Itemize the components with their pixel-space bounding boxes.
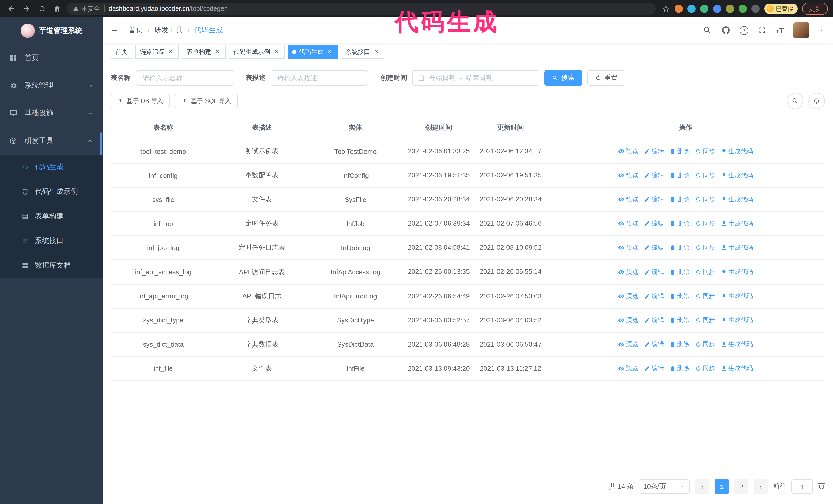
generate-code-link[interactable]: 生成代码 <box>721 195 753 204</box>
table-name-input[interactable] <box>136 70 233 86</box>
preview-link[interactable]: 预览 <box>618 147 638 155</box>
edit-link[interactable]: 编辑 <box>644 147 664 155</box>
sync-link[interactable]: 同步 <box>695 364 715 373</box>
preview-link[interactable]: 预览 <box>618 364 638 373</box>
delete-link[interactable]: 删除 <box>669 340 689 349</box>
close-icon[interactable]: × <box>214 48 221 55</box>
tab-trace[interactable]: 链路追踪× <box>135 45 179 59</box>
user-avatar[interactable] <box>793 22 809 39</box>
sidebar-item-home[interactable]: 首页 <box>0 44 102 72</box>
tab-home[interactable]: 首页 <box>111 45 132 59</box>
edit-link[interactable]: 编辑 <box>644 219 664 228</box>
generate-code-link[interactable]: 生成代码 <box>721 364 753 373</box>
delete-link[interactable]: 删除 <box>669 364 689 373</box>
generate-code-link[interactable]: 生成代码 <box>721 243 753 252</box>
edit-link[interactable]: 编辑 <box>644 316 664 325</box>
generate-code-link[interactable]: 生成代码 <box>721 340 753 349</box>
sync-link[interactable]: 同步 <box>695 147 715 155</box>
close-icon[interactable]: × <box>273 48 280 55</box>
page-size-select[interactable]: 10条/页 <box>639 479 690 494</box>
prev-page-button[interactable]: ‹ <box>695 479 710 494</box>
preview-link[interactable]: 预览 <box>618 316 638 325</box>
extension-icon[interactable] <box>738 5 747 13</box>
goto-page-input[interactable] <box>791 479 813 494</box>
tab-form-builder[interactable]: 表单构建× <box>182 45 225 59</box>
extension-icon[interactable] <box>713 5 721 13</box>
search-button[interactable]: 搜索 <box>544 70 582 86</box>
sidebar-item-codegen[interactable]: 代码生成 <box>0 155 102 179</box>
hamburger-icon[interactable] <box>111 25 120 35</box>
reset-button[interactable]: 重置 <box>588 70 625 86</box>
security-chip[interactable]: 不安全 <box>73 4 100 13</box>
breadcrumb-dev-tools[interactable]: 研发工具 <box>154 26 183 35</box>
sync-link[interactable]: 同步 <box>695 243 715 252</box>
browser-home-button[interactable] <box>51 3 64 15</box>
sidebar-item-codegen-example[interactable]: 代码生成示例 <box>0 179 102 204</box>
preview-link[interactable]: 预览 <box>618 243 638 252</box>
edit-link[interactable]: 编辑 <box>644 292 664 301</box>
extension-icon[interactable] <box>751 5 759 13</box>
sync-link[interactable]: 同步 <box>695 195 715 204</box>
sidebar-item-db-doc[interactable]: 数据库文档 <box>0 253 102 278</box>
help-icon[interactable]: ? <box>739 26 748 34</box>
browser-forward-button[interactable] <box>21 3 33 15</box>
address-bar[interactable]: 不安全 dashboard.yudao.iocoder.cn/tool/code… <box>67 3 656 15</box>
browser-reload-button[interactable] <box>36 3 48 15</box>
sync-link[interactable]: 同步 <box>695 219 715 228</box>
generate-code-link[interactable]: 生成代码 <box>721 219 753 228</box>
delete-link[interactable]: 删除 <box>669 195 689 204</box>
sidebar-item-system-manage[interactable]: 系统管理 <box>0 72 102 99</box>
page-button-2[interactable]: 2 <box>734 479 748 494</box>
edit-link[interactable]: 编辑 <box>644 171 664 180</box>
preview-link[interactable]: 预览 <box>618 171 638 180</box>
tab-codegen[interactable]: 代码生成× <box>288 45 338 59</box>
fullscreen-icon[interactable] <box>757 26 767 35</box>
import-db-button[interactable]: 基于 DB 导入 <box>111 94 170 108</box>
delete-link[interactable]: 删除 <box>669 219 689 228</box>
bookmark-star-icon[interactable] <box>662 5 670 13</box>
generate-code-link[interactable]: 生成代码 <box>721 171 753 180</box>
caret-down-icon[interactable] <box>819 27 825 33</box>
toggle-search-button[interactable] <box>787 93 803 109</box>
close-icon[interactable]: × <box>167 48 174 55</box>
edit-link[interactable]: 编辑 <box>644 195 664 204</box>
search-icon[interactable] <box>703 26 712 35</box>
sidebar-item-dev-tools[interactable]: 研发工具 <box>0 127 102 155</box>
github-icon[interactable] <box>721 26 730 35</box>
refresh-table-button[interactable] <box>808 93 825 109</box>
edit-link[interactable]: 编辑 <box>644 364 664 373</box>
generate-code-link[interactable]: 生成代码 <box>721 292 753 301</box>
sidebar-logo[interactable]: 芋道管理系统 <box>0 18 102 44</box>
generate-code-link[interactable]: 生成代码 <box>721 268 753 277</box>
breadcrumb-home[interactable]: 首页 <box>129 26 143 35</box>
close-icon[interactable]: × <box>373 48 380 55</box>
delete-link[interactable]: 删除 <box>669 292 689 301</box>
tab-system-api[interactable]: 系统接口× <box>341 45 384 59</box>
sidebar-item-infrastructure[interactable]: 基础设施 <box>0 99 102 127</box>
sync-link[interactable]: 同步 <box>695 292 715 301</box>
delete-link[interactable]: 删除 <box>669 268 689 277</box>
sync-link[interactable]: 同步 <box>695 171 715 180</box>
edit-link[interactable]: 编辑 <box>644 268 664 277</box>
extension-icon[interactable] <box>700 5 708 13</box>
chrome-update-button[interactable]: 更新 <box>802 3 828 15</box>
paused-extension-badge[interactable]: 已暂停 <box>764 4 798 14</box>
browser-back-button[interactable] <box>5 3 18 15</box>
preview-link[interactable]: 预览 <box>618 268 638 277</box>
generate-code-link[interactable]: 生成代码 <box>721 147 753 155</box>
edit-link[interactable]: 编辑 <box>644 340 664 349</box>
sync-link[interactable]: 同步 <box>695 268 715 277</box>
table-desc-input[interactable] <box>271 70 368 86</box>
font-size-icon[interactable]: TT <box>776 26 784 34</box>
extension-icon[interactable] <box>687 5 695 13</box>
extension-icon[interactable] <box>725 5 734 13</box>
delete-link[interactable]: 删除 <box>669 171 689 180</box>
import-sql-button[interactable]: 基于 SQL 导入 <box>175 94 238 108</box>
preview-link[interactable]: 预览 <box>618 340 638 349</box>
generate-code-link[interactable]: 生成代码 <box>721 316 753 325</box>
next-page-button[interactable]: › <box>754 479 768 494</box>
preview-link[interactable]: 预览 <box>618 292 638 301</box>
preview-link[interactable]: 预览 <box>618 219 638 228</box>
delete-link[interactable]: 删除 <box>669 316 689 325</box>
page-button-1[interactable]: 1 <box>715 479 729 494</box>
